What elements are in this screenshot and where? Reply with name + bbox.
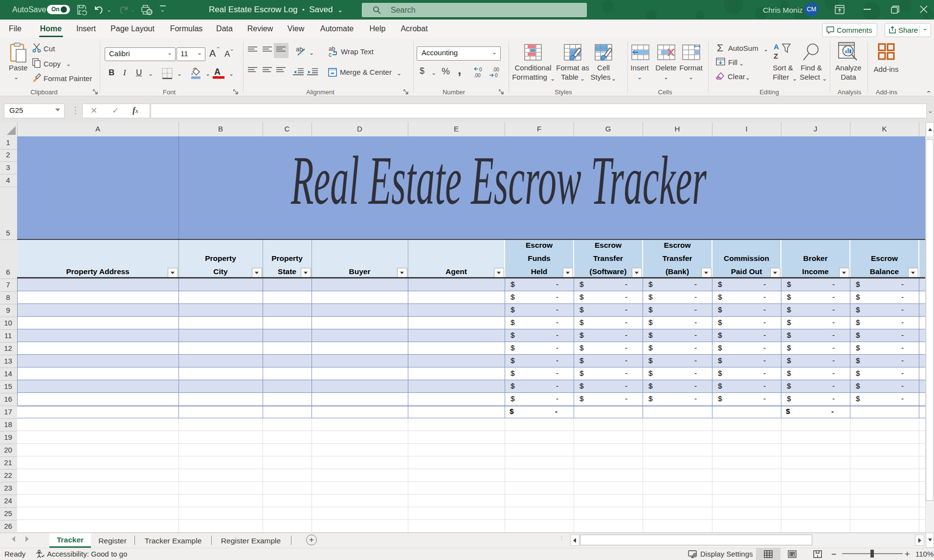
svg-text:Z: Z [774,52,778,60]
svg-text:0: 0 [495,73,498,78]
svg-text:0: 0 [479,67,482,72]
svg-text:.00: .00 [492,67,499,72]
svg-text:Real Estate Escrow Tracker: Real Estate Escrow Tracker [290,142,707,219]
svg-text:c: c [329,51,332,58]
svg-text:.00: .00 [474,73,481,78]
svg-text:A: A [774,43,779,51]
